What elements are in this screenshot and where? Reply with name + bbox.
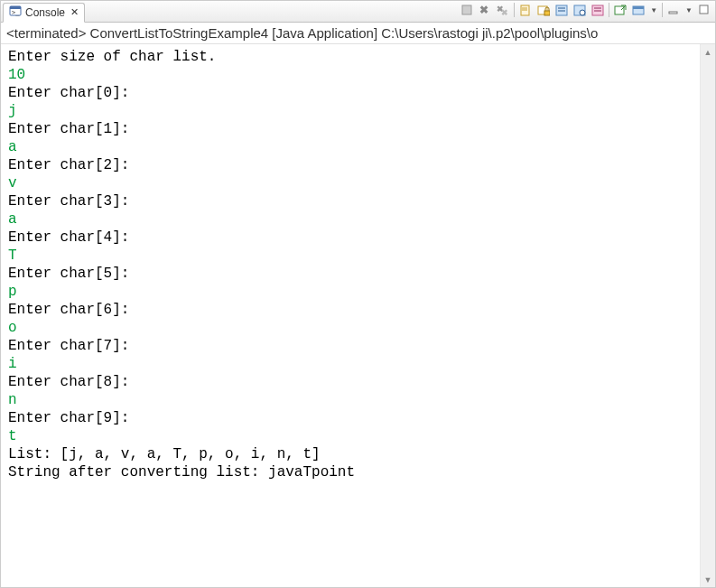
console-input-line: a [8,138,693,156]
word-wrap-icon[interactable] [554,3,569,17]
console-output-line: Enter char[7]: [8,337,693,355]
svg-rect-25 [700,5,708,14]
svg-point-16 [580,10,585,15]
console-area: Enter size of char list.10Enter char[0]:… [1,44,715,587]
scroll-up-icon[interactable]: ▲ [701,44,715,60]
console-tab-label: Console [25,6,65,19]
console-input-line: t [8,427,693,445]
dropdown-arrow-icon[interactable]: ▼ [684,6,693,14]
console-input-line: j [8,102,693,120]
svg-rect-23 [633,6,644,9]
clear-console-icon[interactable] [518,3,533,17]
console-input-line: p [8,283,693,301]
console-tab[interactable]: >_ Console ✕ [3,3,85,23]
console-input-line: T [8,247,693,265]
console-output-line: String after converting list: javaTpoint [8,463,693,481]
console-output-line: Enter char[6]: [8,301,693,319]
console-input-line: o [8,319,693,337]
maximize-icon[interactable] [697,3,711,17]
minimize-icon[interactable] [666,3,681,17]
terminate-icon[interactable] [460,3,474,17]
svg-rect-3 [462,5,471,14]
console-output-line: Enter char[9]: [8,409,693,427]
view-toolbar: ✖ ✖ ✖ [460,3,711,17]
view-tabbar: >_ Console ✕ ✖ ✖ ✖ [1,1,715,23]
toolbar-separator [662,3,663,17]
toolbar-separator [609,3,609,17]
launch-status-line: <terminated> ConvertListToStringExample4… [1,23,715,44]
remove-launch-icon[interactable]: ✖ [478,3,492,17]
svg-rect-20 [615,6,624,14]
dropdown-arrow-icon[interactable]: ▼ [649,6,658,14]
console-output-line: Enter char[4]: [8,229,693,247]
console-output-line: Enter char[8]: [8,373,693,391]
display-selected-icon[interactable] [590,3,605,17]
scroll-down-icon[interactable]: ▼ [701,572,715,587]
console-input-line: 10 [8,66,693,84]
toolbar-separator [514,3,515,17]
vertical-scrollbar[interactable]: ▲ ▼ [700,44,715,587]
close-tab-icon[interactable]: ✕ [69,6,79,18]
svg-text:>_: >_ [12,9,20,16]
svg-text:✖: ✖ [501,8,508,16]
open-console-icon[interactable] [613,3,628,17]
pin-console-icon[interactable] [572,3,587,17]
scroll-lock-icon[interactable] [536,3,551,17]
console-input-line: n [8,391,693,409]
console-input-line: i [8,355,693,373]
console-input-line: a [8,210,693,229]
console-output-line: Enter char[3]: [8,192,693,210]
console-tab-icon: >_ [9,5,22,20]
console-output-line: List: [j, a, v, a, T, p, o, i, n, t] [8,445,693,463]
console-output-line: Enter char[0]: [8,84,693,102]
console-output-line: Enter size of char list. [8,48,693,66]
new-console-icon[interactable] [631,3,646,17]
console-output-line: Enter char[5]: [8,265,693,283]
svg-rect-24 [669,12,677,14]
svg-text:✖: ✖ [479,4,488,16]
console-output[interactable]: Enter size of char list.10Enter char[0]:… [1,44,700,587]
remove-all-terminated-icon[interactable]: ✖ ✖ [496,3,510,17]
svg-rect-11 [544,11,550,15]
console-output-line: Enter char[1]: [8,120,693,138]
console-input-line: v [8,174,693,192]
console-output-line: Enter char[2]: [8,156,693,174]
